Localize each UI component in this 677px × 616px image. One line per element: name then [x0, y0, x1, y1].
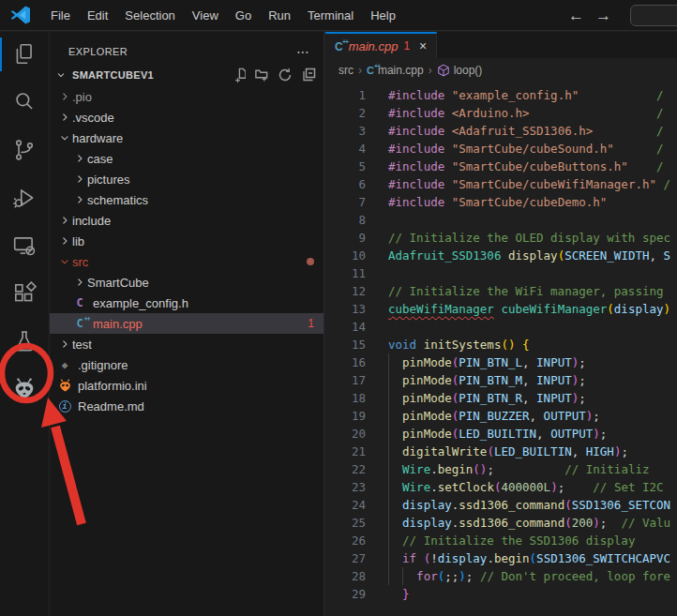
code-line-9[interactable]: 9// Initialize the OLED display with spe… [325, 229, 677, 247]
new-folder-button[interactable] [254, 68, 269, 83]
chevron-right-icon [72, 192, 87, 207]
breadcrumb-separator: › [429, 64, 432, 77]
code-line-20[interactable]: 20 pinMode(LED_BUILTIN, OUTPUT); [325, 425, 677, 443]
code-editor[interactable]: 1#include "example_config.h" /2#include … [325, 82, 677, 603]
activitybar-search-icon[interactable] [0, 80, 49, 125]
code-line-4[interactable]: 4#include "SmartCube/cubeSound.h" / [325, 140, 677, 158]
explorer-more-actions-button[interactable]: ⋯ [296, 44, 310, 59]
code-line-3[interactable]: 3#include <Adafruit_SSD1306.h> / [325, 122, 677, 140]
code-line-22[interactable]: 22 Wire.begin(); // Initializ [325, 460, 677, 478]
activitybar-source-control-icon[interactable] [0, 128, 49, 173]
platformio-icon [57, 378, 72, 393]
tree-item-test[interactable]: test [50, 334, 323, 354]
code-line-27[interactable]: 27 if (!display.begin(SSD1306_SWITCHCAPV… [325, 549, 677, 567]
chevron-right-icon [57, 213, 72, 228]
code-line-26[interactable]: 26 // Initialize the SSD1306 display [325, 532, 677, 549]
tab-close-icon[interactable]: × [419, 38, 427, 53]
tree-item-include[interactable]: include [50, 210, 323, 231]
code-line-1[interactable]: 1#include "example_config.h" / [325, 86, 677, 104]
activitybar-platformio-icon[interactable] [0, 367, 49, 412]
code-line-25[interactable]: 25 display.ssd1306_command(200); // Valu [325, 514, 677, 532]
code-line-19[interactable]: 19 pinMode(PIN_BUZZER, OUTPUT); [325, 407, 677, 425]
menu-item-terminal[interactable]: Terminal [299, 5, 362, 26]
project-root-row[interactable]: SMARTCUBEV1 [50, 64, 323, 86]
nav-forward-button[interactable]: → [595, 8, 611, 23]
indent-guide [402, 567, 403, 585]
explorer-title: EXPLORER [68, 46, 128, 57]
tab-main-cpp[interactable]: C++ main.cpp 1 × [325, 32, 437, 58]
code-line-2[interactable]: 2#include <Arduino.h> / [325, 104, 677, 122]
activitybar-run-debug-icon[interactable] [0, 175, 49, 220]
project-name: SMARTCUBEV1 [72, 69, 231, 81]
tree-item-hardware[interactable]: hardware [50, 128, 323, 148]
code-line-14[interactable]: 14 [325, 318, 677, 336]
tree-item-lib[interactable]: lib [50, 231, 323, 251]
activitybar-remote-explorer-icon[interactable] [0, 223, 49, 268]
breadcrumb-loop-[interactable]: loop() [437, 64, 483, 77]
code-line-23[interactable]: 23 Wire.setClock(400000L); // Set I2C [325, 478, 677, 496]
code-line-24[interactable]: 24 display.ssd1306_command(SSD1306_SETCO… [325, 496, 677, 514]
cpp-icon: C++ [72, 316, 87, 331]
chevron-down-icon [57, 130, 72, 145]
menu-item-edit[interactable]: Edit [79, 5, 116, 26]
tree-item-example-config-h[interactable]: Cexample_config.h [50, 293, 323, 313]
tree-item-src[interactable]: src [50, 251, 323, 272]
code-line-5[interactable]: 5#include "SmartCube/cubeButtons.h" / [325, 158, 677, 175]
activitybar-explorer-icon[interactable] [0, 32, 49, 77]
code-line-8[interactable]: 8 [325, 211, 677, 229]
tree-item-case[interactable]: case [50, 148, 323, 169]
chevron-right-icon [57, 89, 72, 104]
activitybar-extensions-icon[interactable] [0, 271, 49, 316]
chevron-right-icon [57, 233, 72, 248]
code-line-11[interactable]: 11 [325, 264, 677, 282]
collapse-all-button[interactable] [301, 68, 316, 83]
code-line-7[interactable]: 7#include "SmartCube/cubeDemo.h" [325, 193, 677, 211]
c-header-icon: C [72, 295, 87, 310]
menu-item-file[interactable]: File [42, 5, 79, 26]
menu-item-run[interactable]: Run [260, 5, 299, 26]
tree-item-smartcube[interactable]: SmartCube [50, 272, 323, 293]
code-line-28[interactable]: 28 for(;;); // Don't proceed, loop fore [325, 567, 677, 585]
chevron-right-icon [72, 151, 87, 166]
code-line-12[interactable]: 12// Initialize the WiFi manager, passin… [325, 282, 677, 300]
tree-item--vscode[interactable]: .vscode [50, 107, 323, 128]
code-line-15[interactable]: 15void initSystems() { [325, 336, 677, 353]
tree-item-pictures[interactable]: pictures [50, 169, 323, 189]
refresh-button[interactable] [278, 68, 293, 83]
code-line-18[interactable]: 18 pinMode(PIN_BTN_R, INPUT); [325, 389, 677, 407]
code-line-13[interactable]: 13cubeWifiManager cubeWifiManager(displa… [325, 300, 677, 318]
code-line-21[interactable]: 21 digitalWrite(LED_BUILTIN, HIGH); [325, 443, 677, 460]
code-line-17[interactable]: 17 pinMode(PIN_BTN_M, INPUT); [325, 371, 677, 389]
error-count-badge: 1 [308, 317, 314, 330]
code-line-6[interactable]: 6#include "SmartCube/cubeWifiManager.h" … [325, 175, 677, 193]
tab-bar: C++ main.cpp 1 × [325, 32, 677, 58]
tree-item--gitignore[interactable]: ◆.gitignore [50, 354, 323, 375]
explorer-sidebar: EXPLORER ⋯ SMARTCUBEV1 .pio.vscodehardwa… [49, 32, 324, 616]
chevron-right-icon [72, 172, 87, 187]
menu-item-selection[interactable]: Selection [116, 5, 183, 26]
menu-bar: FileEditSelectionViewGoRunTerminalHelp [42, 5, 404, 26]
new-file-button[interactable] [231, 68, 246, 83]
command-center-searchbox[interactable] [630, 5, 677, 26]
tree-item-platformio-ini[interactable]: platformio.ini [50, 375, 323, 396]
menu-item-view[interactable]: View [184, 5, 227, 26]
breadcrumb: src›C++main.cpp›loop() [325, 58, 677, 82]
tree-item-schematics[interactable]: schematics [50, 189, 323, 210]
breadcrumb-main-cpp[interactable]: C++main.cpp [367, 64, 424, 77]
chevron-down-icon [57, 254, 72, 269]
tree-item-main-cpp[interactable]: C++main.cpp1 [50, 313, 323, 334]
breadcrumb-separator: › [358, 64, 362, 77]
tree-item-readme-md[interactable]: iReadme.md [50, 396, 323, 416]
code-line-10[interactable]: 10Adafruit_SSD1306 display(SCREEN_WIDTH,… [325, 247, 677, 264]
breadcrumb-src[interactable]: src [338, 64, 354, 77]
code-line-16[interactable]: 16 pinMode(PIN_BTN_L, INPUT); [325, 353, 677, 371]
title-bar: FileEditSelectionViewGoRunTerminalHelp ←… [0, 0, 677, 31]
code-line-29[interactable]: 29 } [325, 585, 677, 603]
nav-back-button[interactable]: ← [568, 8, 584, 23]
info-icon: i [57, 398, 72, 413]
menu-item-help[interactable]: Help [362, 5, 404, 26]
menu-item-go[interactable]: Go [227, 5, 260, 26]
activitybar-test-flask-icon[interactable] [0, 319, 49, 364]
file-tree: .pio.vscodehardwarecasepicturesschematic… [50, 86, 323, 416]
tree-item--pio[interactable]: .pio [50, 86, 323, 107]
